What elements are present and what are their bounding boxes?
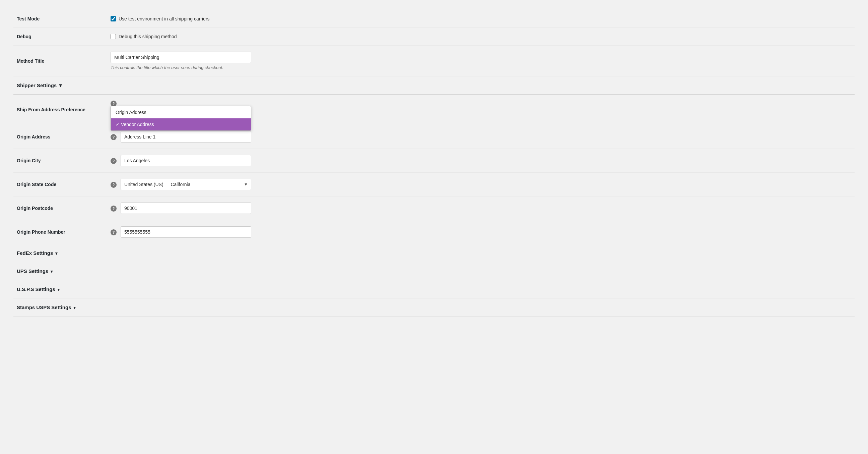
ship-from-control: ? Vendor Address Origin Address ▼ Origin… [107, 94, 855, 125]
usps-settings-row: U.S.P.S Settings [13, 280, 855, 299]
origin-city-input[interactable] [121, 155, 251, 166]
shipper-settings-row: Shipper Settings ▼ [13, 77, 855, 94]
origin-postcode-row: Origin Postcode ? [13, 197, 855, 220]
origin-city-row: Origin City ? [13, 149, 855, 173]
origin-phone-help-icon[interactable]: ? [111, 229, 117, 235]
usps-settings-header[interactable]: U.S.P.S Settings [13, 280, 855, 299]
origin-phone-input[interactable] [121, 226, 251, 238]
test-mode-label: Test Mode [13, 10, 107, 28]
method-title-row: Method Title This controls the title whi… [13, 46, 855, 77]
origin-state-help-icon[interactable]: ? [111, 182, 117, 188]
debug-control: Debug this shipping method [107, 28, 855, 46]
ups-settings-row: UPS Settings [13, 262, 855, 280]
origin-state-row: Origin State Code ? United States (US) —… [13, 173, 855, 197]
debug-checkbox[interactable] [111, 34, 116, 39]
origin-address-label: Origin Address [13, 125, 107, 149]
origin-city-control: ? [107, 149, 855, 173]
stamps-settings-row: Stamps USPS Settings [13, 299, 855, 316]
usps-settings-label: U.S.P.S Settings [17, 286, 55, 292]
origin-postcode-help-icon[interactable]: ? [111, 205, 117, 211]
ship-from-dropdown-overlay: Vendor Address Origin Address ▼ Origin A… [111, 107, 251, 119]
origin-state-label: Origin State Code [13, 173, 107, 197]
ship-from-option-origin-item[interactable]: Origin Address [111, 106, 251, 118]
ship-from-text: Ship From Address Preference [17, 107, 86, 112]
origin-phone-label: Origin Phone Number [13, 220, 107, 244]
origin-phone-row: Origin Phone Number ? [13, 220, 855, 244]
origin-city-label: Origin City [13, 149, 107, 173]
method-title-input[interactable] [111, 52, 251, 63]
test-mode-checkbox-label: Use test environment in all shipping car… [119, 16, 210, 22]
test-mode-row: Test Mode Use test environment in all sh… [13, 10, 855, 28]
shipper-settings-header[interactable]: Shipper Settings ▼ [13, 77, 855, 94]
origin-address-text: Origin Address [17, 134, 51, 140]
test-mode-control: Use test environment in all shipping car… [107, 10, 855, 28]
debug-checkbox-label: Debug this shipping method [119, 34, 177, 39]
debug-row: Debug Debug this shipping method [13, 28, 855, 46]
ups-settings-header[interactable]: UPS Settings [13, 262, 855, 280]
fedex-settings-row: FedEx Settings [13, 244, 855, 262]
origin-state-select[interactable]: United States (US) — California United S… [121, 179, 251, 190]
ups-settings-label: UPS Settings [17, 268, 48, 274]
test-mode-checkbox[interactable] [111, 16, 116, 22]
origin-postcode-input[interactable] [121, 202, 251, 214]
origin-city-help-icon[interactable]: ? [111, 158, 117, 164]
stamps-settings-label: Stamps USPS Settings [17, 305, 71, 310]
origin-postcode-control: ? [107, 197, 855, 220]
origin-state-control: ? United States (US) — California United… [107, 173, 855, 197]
ship-from-row: Ship From Address Preference ? Vendor Ad… [13, 94, 855, 125]
ship-from-label: Ship From Address Preference [13, 94, 107, 125]
method-title-description: This controls the title which the user s… [111, 65, 851, 70]
method-title-label: Method Title [13, 46, 107, 77]
debug-label: Debug [13, 28, 107, 46]
method-title-control: This controls the title which the user s… [107, 46, 855, 77]
stamps-settings-header[interactable]: Stamps USPS Settings [13, 299, 855, 316]
origin-address-input[interactable] [121, 131, 251, 142]
origin-postcode-label: Origin Postcode [13, 197, 107, 220]
fedex-settings-label: FedEx Settings [17, 250, 53, 256]
origin-address-help-icon[interactable]: ? [111, 134, 117, 140]
origin-phone-control: ? [107, 220, 855, 244]
ship-from-option-vendor-item[interactable]: Vendor Address [111, 118, 251, 131]
ship-from-dropdown-popup: Origin Address Vendor Address [111, 106, 251, 131]
fedex-settings-header[interactable]: FedEx Settings [13, 244, 855, 262]
